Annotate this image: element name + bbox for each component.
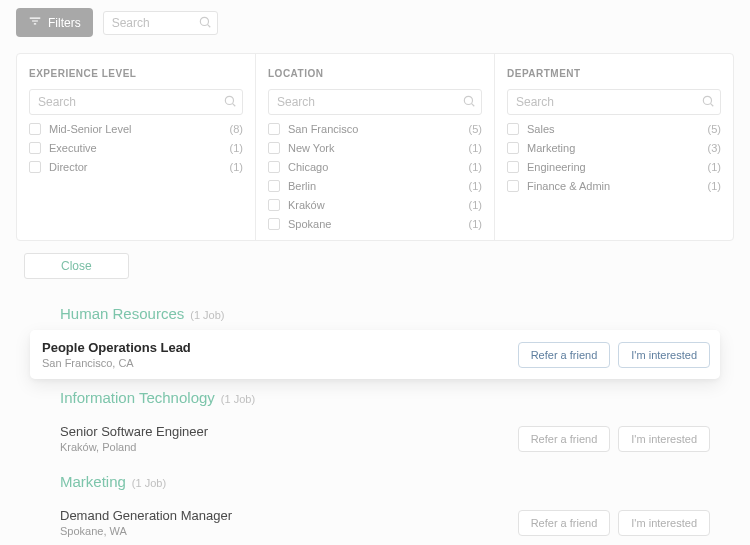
job-card[interactable]: Demand Generation ManagerSpokane, WARefe… [60,498,720,545]
filters-label: Filters [48,16,81,30]
facet-option[interactable]: Engineering(1) [507,161,721,173]
job-info: People Operations LeadSan Francisco, CA [42,340,191,369]
checkbox-icon[interactable] [268,161,280,173]
facet-search [29,89,243,115]
facet-option-count: (5) [708,123,721,135]
job-actions: Refer a friendI'm interested [518,426,710,452]
svg-line-3 [233,104,236,107]
checkbox-icon[interactable] [268,142,280,154]
job-title: Demand Generation Manager [60,508,232,523]
facet-option[interactable]: Berlin(1) [268,180,482,192]
interested-button[interactable]: I'm interested [618,426,710,452]
facet-option-count: (1) [230,161,243,173]
checkbox-icon[interactable] [268,180,280,192]
facet-option[interactable]: Finance & Admin(1) [507,180,721,192]
facet-option-count: (1) [469,199,482,211]
facet-options: Sales(5)Marketing(3)Engineering(1)Financ… [507,123,721,192]
search-icon [223,94,237,112]
job-actions: Refer a friendI'm interested [518,342,710,368]
facets-panel: EXPERIENCE LEVELMid-Senior Level(8)Execu… [16,53,734,241]
facet-search-input[interactable] [29,89,243,115]
job-card[interactable]: Senior Software EngineerKraków, PolandRe… [60,414,720,463]
facet-option[interactable]: Director(1) [29,161,243,173]
facet-option-label: Finance & Admin [527,180,700,192]
facet-option[interactable]: San Francisco(5) [268,123,482,135]
svg-point-4 [464,96,472,104]
facet-heading: EXPERIENCE LEVEL [29,68,243,79]
refer-friend-button[interactable]: Refer a friend [518,510,611,536]
job-location: Spokane, WA [60,525,232,537]
search-icon [198,15,212,33]
facet-option-count: (1) [230,142,243,154]
checkbox-icon[interactable] [507,123,519,135]
interested-button[interactable]: I'm interested [618,510,710,536]
checkbox-icon[interactable] [268,123,280,135]
facet-option[interactable]: Kraków(1) [268,199,482,211]
checkbox-icon[interactable] [268,218,280,230]
facet-option-label: Engineering [527,161,700,173]
checkbox-icon[interactable] [29,123,41,135]
facet-option-label: San Francisco [288,123,461,135]
svg-line-1 [207,24,210,27]
facet-option-label: New York [288,142,461,154]
svg-point-6 [703,96,711,104]
facet-option-label: Sales [527,123,700,135]
category-header: Information Technology(1 Job) [60,389,720,406]
facet-search-input[interactable] [268,89,482,115]
facet-option-count: (5) [469,123,482,135]
facet-option[interactable]: Executive(1) [29,142,243,154]
facet-option-count: (1) [708,180,721,192]
filters-button[interactable]: Filters [16,8,93,37]
svg-point-2 [225,96,233,104]
category-name[interactable]: Information Technology [60,389,215,406]
search-icon [701,94,715,112]
facet-search-input[interactable] [507,89,721,115]
facet-option[interactable]: Sales(5) [507,123,721,135]
job-title: Senior Software Engineer [60,424,208,439]
facet-option-label: Spokane [288,218,461,230]
facet-option-label: Berlin [288,180,461,192]
category-name[interactable]: Human Resources [60,305,184,322]
close-row: Close [16,249,734,283]
facet-heading: LOCATION [268,68,482,79]
category-header: Human Resources(1 Job) [60,305,720,322]
facet-option-count: (1) [469,142,482,154]
close-button[interactable]: Close [24,253,129,279]
facet-column: LOCATIONSan Francisco(5)New York(1)Chica… [256,54,495,240]
facet-option-label: Executive [49,142,222,154]
category-count: (1 Job) [190,309,224,321]
facet-option[interactable]: Mid-Senior Level(8) [29,123,243,135]
facet-option-label: Director [49,161,222,173]
svg-line-5 [472,104,475,107]
refer-friend-button[interactable]: Refer a friend [518,342,611,368]
facet-search [507,89,721,115]
facet-heading: DEPARTMENT [507,68,721,79]
job-location: Kraków, Poland [60,441,208,453]
checkbox-icon[interactable] [507,142,519,154]
facet-options: San Francisco(5)New York(1)Chicago(1)Ber… [268,123,482,230]
search-icon [462,94,476,112]
svg-point-0 [200,17,208,25]
job-actions: Refer a friendI'm interested [518,510,710,536]
facet-search [268,89,482,115]
facet-option[interactable]: Spokane(1) [268,218,482,230]
job-title: People Operations Lead [42,340,191,355]
checkbox-icon[interactable] [507,180,519,192]
facet-option-label: Mid-Senior Level [49,123,222,135]
facet-option[interactable]: New York(1) [268,142,482,154]
facet-option-count: (1) [469,218,482,230]
checkbox-icon[interactable] [29,142,41,154]
checkbox-icon[interactable] [268,199,280,211]
facet-option-count: (3) [708,142,721,154]
facet-option-count: (1) [708,161,721,173]
facet-option[interactable]: Chicago(1) [268,161,482,173]
checkbox-icon[interactable] [29,161,41,173]
facet-option[interactable]: Marketing(3) [507,142,721,154]
job-card[interactable]: People Operations LeadSan Francisco, CAR… [30,330,720,379]
global-search [103,11,218,35]
refer-friend-button[interactable]: Refer a friend [518,426,611,452]
interested-button[interactable]: I'm interested [618,342,710,368]
checkbox-icon[interactable] [507,161,519,173]
job-info: Senior Software EngineerKraków, Poland [60,424,208,453]
category-name[interactable]: Marketing [60,473,126,490]
